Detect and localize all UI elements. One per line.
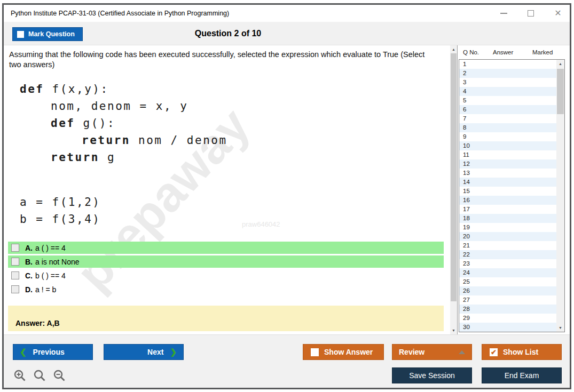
save-session-button[interactable]: Save Session [392, 367, 472, 383]
question-counter: Question 2 of 10 [4, 22, 452, 45]
zoom-out-icon[interactable] [53, 369, 67, 383]
question-list-row-22[interactable]: 22 [459, 250, 557, 259]
chevron-left-icon: ❮ [20, 347, 27, 357]
answer-box: Answer: A,B [8, 306, 444, 331]
list-scroll-down-button[interactable]: ▼ [556, 324, 564, 332]
option-checkbox[interactable] [11, 271, 19, 279]
question-list-row-16[interactable]: 16 [459, 196, 557, 205]
code-line: def g(): [20, 115, 227, 132]
question-list-row-2[interactable]: 2 [459, 69, 557, 78]
previous-button[interactable]: ❮ Previous [13, 344, 93, 360]
question-scrollbar[interactable]: ▲ ▼ [450, 45, 457, 334]
save-session-label: Save Session [409, 371, 455, 380]
bottom-toolbar: ❮ Previous Next ❯ Show Answer Review ✔ S… [4, 334, 570, 388]
question-prompt: Assuming that the following code has bee… [9, 50, 436, 70]
question-area: Assuming that the following code has bee… [4, 45, 450, 334]
option-row-c[interactable]: C.b ( ) == 4 [8, 269, 444, 282]
option-checkbox[interactable] [11, 285, 19, 293]
zoom-in-icon[interactable] [13, 369, 27, 383]
check-icon: ✔ [491, 349, 497, 356]
option-text: a ( ) == 4 [35, 244, 66, 252]
question-list-row-27[interactable]: 27 [459, 295, 557, 305]
question-list-panel: Q No. Answer Marked 12345678910111213141… [457, 45, 570, 334]
question-list-row-17[interactable]: 17 [459, 205, 557, 214]
option-row-d[interactable]: D.a ! = b [8, 283, 444, 295]
question-list-scrollbar[interactable]: ▲ ▼ [556, 60, 564, 332]
minimize-icon [500, 13, 507, 14]
triangle-up-icon: ▲ [452, 47, 455, 51]
question-list-row-14[interactable]: 14 [459, 178, 557, 187]
close-icon: ✕ [554, 9, 561, 18]
review-label: Review [399, 348, 424, 356]
question-list-row-15[interactable]: 15 [459, 187, 557, 196]
question-list-row-9[interactable]: 9 [459, 132, 557, 141]
close-button[interactable]: ✕ [554, 9, 562, 18]
question-list-row-4[interactable]: 4 [459, 87, 557, 96]
question-list-row-5[interactable]: 5 [459, 96, 557, 105]
show-answer-button[interactable]: Show Answer [303, 344, 384, 360]
question-list-row-11[interactable]: 11 [459, 150, 557, 159]
question-list-row-6[interactable]: 6 [459, 105, 557, 114]
code-line [20, 166, 227, 180]
show-answer-label: Show Answer [324, 348, 373, 356]
option-row-a[interactable]: A.a ( ) == 4 [8, 242, 444, 254]
show-list-button[interactable]: ✔ Show List [482, 344, 562, 360]
end-exam-label: End Exam [505, 371, 539, 380]
option-letter: A. [25, 244, 33, 252]
list-scrollbar-thumb[interactable] [557, 69, 564, 114]
end-exam-button[interactable]: End Exam [482, 367, 562, 383]
option-row-b[interactable]: B.a is not None [8, 255, 444, 268]
question-list-row-24[interactable]: 24 [459, 268, 557, 277]
triangle-up-icon: ▲ [559, 62, 562, 66]
question-list-row-12[interactable]: 12 [459, 159, 557, 169]
scroll-down-button[interactable]: ▼ [450, 326, 457, 334]
chevron-right-icon: ❯ [170, 347, 177, 357]
window-title: Python Institute PCAP-31-03 (Certified A… [4, 10, 229, 17]
code-block: def f(x,y):nom, denom = x, ydef g():retu… [20, 81, 227, 228]
question-list-row-3[interactable]: 3 [459, 78, 557, 87]
option-checkbox[interactable] [11, 244, 19, 252]
review-button[interactable]: Review [392, 344, 472, 360]
question-list-row-10[interactable]: 10 [459, 141, 557, 150]
scrollbar-thumb[interactable] [451, 53, 457, 301]
question-list-row-21[interactable]: 21 [459, 241, 557, 250]
question-list-row-29[interactable]: 29 [459, 314, 557, 323]
question-list-row-30[interactable]: 30 [459, 323, 557, 332]
question-list-row-19[interactable]: 19 [459, 223, 557, 232]
option-text: b ( ) == 4 [35, 271, 66, 280]
question-list-row-26[interactable]: 26 [459, 286, 557, 295]
next-button[interactable]: Next ❯ [104, 344, 184, 360]
minimize-button[interactable] [499, 9, 508, 18]
maximize-icon [528, 10, 534, 17]
exam-window: Python Institute PCAP-31-03 (Certified A… [2, 3, 571, 389]
question-list-row-25[interactable]: 25 [459, 277, 557, 286]
question-list-row-28[interactable]: 28 [459, 305, 557, 314]
next-label: Next [147, 348, 163, 356]
header-bar: Mark Question Question 2 of 10 [4, 22, 570, 45]
option-letter: B. [25, 258, 33, 266]
question-list-row-7[interactable]: 7 [459, 114, 557, 123]
option-checkbox[interactable] [11, 258, 19, 266]
maximize-button[interactable] [526, 9, 535, 18]
option-letter: D. [25, 285, 33, 294]
question-list-header: Q No. Answer Marked [458, 45, 570, 59]
column-qno: Q No. [463, 49, 479, 55]
question-list-row-23[interactable]: 23 [459, 259, 557, 268]
column-answer: Answer [493, 49, 513, 55]
title-bar: Python Institute PCAP-31-03 (Certified A… [4, 5, 570, 22]
question-list-row-13[interactable]: 13 [459, 169, 557, 178]
zoom-reset-icon[interactable] [33, 369, 47, 383]
question-list-row-18[interactable]: 18 [459, 214, 557, 223]
show-answer-checkbox[interactable] [311, 348, 319, 356]
option-text: a is not None [35, 258, 80, 266]
option-text: a ! = b [35, 285, 56, 294]
question-list-row-1[interactable]: 1 [459, 60, 557, 69]
list-scroll-up-button[interactable]: ▲ [556, 60, 564, 68]
code-line: return g [20, 149, 227, 166]
code-line: a = f(1,2) [20, 194, 227, 211]
show-list-checkbox[interactable]: ✔ [490, 348, 498, 356]
question-list-row-8[interactable]: 8 [459, 123, 557, 132]
code-line: return nom / denom [20, 132, 227, 149]
question-list-row-20[interactable]: 20 [459, 232, 557, 241]
scroll-up-button[interactable]: ▲ [450, 45, 457, 53]
